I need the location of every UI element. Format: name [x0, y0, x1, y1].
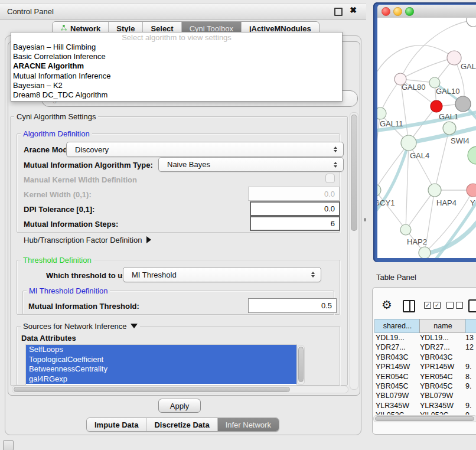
close-traffic-light-icon[interactable] — [382, 7, 390, 16]
select-checked-icon[interactable]: ✓✓ — [424, 302, 441, 309]
table-cell: YER054C — [418, 372, 464, 381]
settings-hscrollbar-thumb[interactable] — [14, 387, 290, 392]
algorithm-option[interactable]: Dream8 DC_TDC Algorithm — [11, 90, 342, 100]
mi-threshold-label: Mutual Information Threshold: — [28, 302, 139, 311]
table-row[interactable]: YDR27...YDR27...12 — [373, 343, 476, 352]
algorithm-option[interactable]: ARACNE Algorithm — [11, 61, 342, 71]
node-label: GAL10 — [436, 87, 459, 96]
table-hscrollbar-thumb[interactable] — [375, 416, 474, 421]
algorithm-option[interactable]: Bayesian – K2 — [11, 81, 342, 90]
network-edge[interactable] — [406, 190, 435, 230]
network-node[interactable] — [447, 51, 461, 65]
close-icon[interactable]: ✖ — [350, 5, 357, 15]
tab-impute-data[interactable]: Impute Data — [87, 418, 146, 431]
network-edge-highlighted[interactable] — [425, 215, 476, 254]
select-unchecked-icon[interactable] — [446, 302, 463, 309]
column-header-partial[interactable] — [465, 319, 476, 333]
apply-button-label: Apply — [170, 402, 190, 410]
kernel-width-input[interactable]: 0.0 — [248, 187, 340, 201]
network-node[interactable] — [467, 18, 476, 27]
network-canvas[interactable]: GAL8GAL80GAL10GAL1GAL11SWI4GAL4GCY1HAP4Y… — [377, 18, 476, 258]
network-edge[interactable] — [377, 190, 406, 230]
data-attributes-label: Data Attributes — [21, 334, 76, 343]
algorithm-option[interactable]: Bayesian – Hill Climbing — [11, 43, 342, 52]
sources-expander[interactable]: Sources for Network Inference — [21, 322, 140, 331]
attribute-item[interactable]: TopologicalCoefficient — [26, 355, 296, 365]
unchecked-checkbox-icon — [456, 302, 463, 309]
minimize-traffic-light-icon[interactable] — [393, 7, 402, 16]
table-row[interactable]: YPR145WYPR145W9. — [373, 362, 476, 371]
panel-corner-icon — [3, 440, 14, 450]
network-edge[interactable] — [406, 143, 409, 230]
column-header-shared[interactable]: shared... — [374, 319, 420, 333]
which-threshold-value: MI Threshold — [132, 270, 177, 279]
attribute-item[interactable]: SelfLoops — [26, 345, 296, 355]
threshold-definition-title: Threshold Definition — [21, 256, 94, 265]
hub-definition-expander[interactable]: Hub/Transcription Factor Definition — [24, 236, 151, 244]
attributes-scrollbar-thumb[interactable] — [298, 347, 304, 382]
table-row[interactable]: YBR043CYBR043C — [373, 353, 476, 362]
table-row[interactable]: YLR345WYLR345W9. — [373, 401, 476, 410]
table-cell: 9. — [464, 381, 471, 391]
mi-steps-input[interactable]: 6 — [250, 216, 340, 231]
network-edge[interactable] — [409, 143, 435, 190]
aracne-mode-combobox[interactable]: Discovery — [66, 142, 344, 157]
hub-definition-label: Hub/Transcription Factor Definition — [24, 236, 142, 244]
node-label: GAL1 — [439, 112, 458, 121]
tab-infer-network[interactable]: Infer Network — [217, 418, 279, 431]
tab-discretize-data[interactable]: Discretize Data — [146, 418, 217, 431]
table-cell: YER054C — [373, 372, 418, 381]
attribute-item[interactable]: gal4RGexp — [26, 374, 296, 384]
table-row[interactable]: YBR045CYBR045C9. — [373, 381, 476, 391]
application-window: Control Panel ✖ NetworkStyleSelectCyni T… — [0, 0, 476, 450]
table-row[interactable]: YBL079WYBL079W — [373, 391, 476, 400]
network-node[interactable] — [377, 107, 386, 119]
network-node[interactable] — [455, 96, 471, 112]
table-row[interactable]: YIL052CYIL052C9 — [373, 410, 476, 415]
table-cell — [464, 353, 465, 362]
table-cell: YBR043C — [373, 353, 418, 362]
which-threshold-combobox[interactable]: MI Threshold — [123, 267, 321, 282]
dpi-tolerance-value: 0.0 — [324, 204, 335, 213]
network-node[interactable] — [431, 100, 442, 112]
table-cell — [464, 391, 465, 400]
column-header-name[interactable]: name — [419, 319, 467, 333]
algorithm-dropdown-popup: Select algorithm to view settings Bayesi… — [11, 32, 343, 102]
table-cell: YBL079W — [418, 391, 464, 400]
manual-kernel-checkbox[interactable] — [325, 174, 335, 183]
algorithm-option[interactable]: Basic Correlation Inference — [11, 52, 342, 61]
apply-button[interactable]: Apply — [158, 399, 201, 413]
network-node[interactable] — [468, 146, 476, 164]
float-window-icon[interactable] — [334, 8, 343, 16]
mi-threshold-input[interactable]: 0.5 — [248, 298, 337, 313]
network-node[interactable] — [419, 247, 431, 258]
node-label: SWI4 — [451, 136, 470, 145]
table-cell: 9. — [464, 401, 471, 410]
checked-checkbox-icon: ✓ — [433, 302, 441, 309]
table-row[interactable]: YDL19...YDL19...13 — [373, 333, 476, 343]
settings-vscrollbar-thumb[interactable] — [351, 115, 357, 231]
split-columns-icon[interactable] — [403, 300, 415, 312]
node-label: GAL80 — [402, 83, 425, 92]
kernel-width-label: Kernel Width (0,1): — [24, 190, 92, 199]
table-cell: YDR27... — [373, 343, 418, 352]
gear-icon[interactable]: ⚙ — [382, 299, 392, 311]
table-cell: YDR27... — [418, 343, 464, 352]
network-node[interactable] — [443, 122, 456, 135]
table-row[interactable]: YER054CYER054C8. — [373, 372, 476, 381]
table-horizontal-scrollbar — [373, 415, 476, 422]
split-pane-grip[interactable] — [364, 218, 366, 221]
dpi-tolerance-input[interactable]: 0.0 — [250, 201, 340, 216]
network-node[interactable] — [401, 135, 416, 151]
network-node[interactable] — [377, 184, 381, 196]
attribute-item[interactable]: BetweennessCentrality — [26, 364, 296, 374]
network-node[interactable] — [467, 184, 476, 197]
table-partial-icon[interactable] — [468, 299, 476, 312]
mi-type-combobox[interactable]: Naive Bayes — [158, 157, 344, 172]
network-node[interactable] — [428, 184, 441, 197]
zoom-traffic-light-icon[interactable] — [405, 7, 414, 16]
network-node[interactable] — [400, 224, 411, 235]
mi-type-label: Mutual Information Algorithm Type: — [24, 161, 153, 169]
algorithm-option[interactable]: Mutual Information Inference — [11, 71, 342, 81]
settings-horizontal-scrollbar — [12, 386, 348, 393]
